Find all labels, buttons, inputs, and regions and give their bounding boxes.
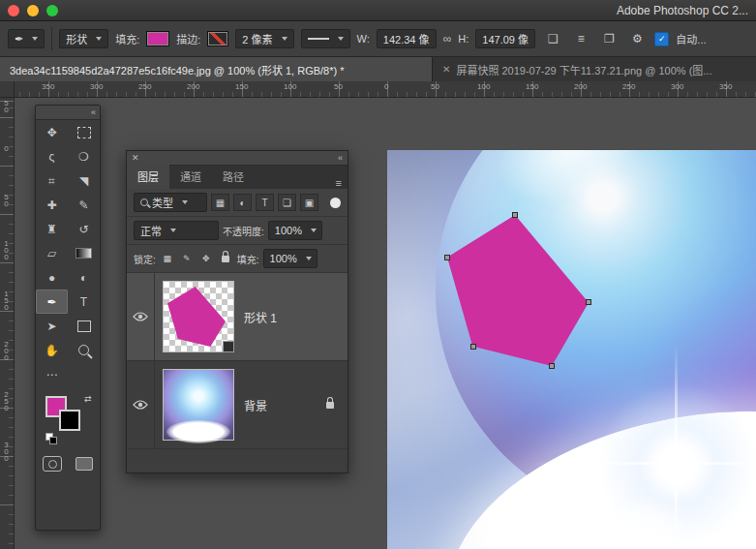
stroke-color-swatch[interactable] <box>207 31 228 46</box>
anchor-handle[interactable] <box>586 299 591 305</box>
blur-tool[interactable]: ● <box>36 265 68 290</box>
tab-paths[interactable]: 路径 <box>212 165 255 189</box>
type-tool[interactable]: T <box>68 290 100 314</box>
fullscreen-window-button[interactable] <box>46 5 58 16</box>
lock-transparency-button[interactable]: ▦ <box>160 251 175 266</box>
screen-mode-button[interactable] <box>76 457 93 471</box>
visibility-toggle[interactable] <box>127 361 155 448</box>
anchor-handle[interactable] <box>470 344 476 350</box>
filter-type-layers-button[interactable]: T <box>256 194 274 211</box>
pen-tool-icon: ✒ <box>15 33 23 46</box>
shape-height-input[interactable]: 147.09 像 <box>475 29 535 48</box>
document-tab-inactive[interactable]: ✕ 屏幕快照 2019-07-29 下午11.37.21.png @ 100% … <box>432 57 756 81</box>
opacity-value: 100% <box>275 225 302 236</box>
ruler-number: 300 <box>671 82 683 91</box>
path-operations-button[interactable]: ❑ <box>542 29 563 48</box>
eyedropper-icon: ◥ <box>79 174 88 188</box>
zoom-tool[interactable] <box>68 338 100 362</box>
tool-mode-select[interactable]: 形状 <box>59 29 108 48</box>
ruler-number: 350 <box>42 82 54 91</box>
blur-icon: ● <box>48 271 55 285</box>
close-panel-icon[interactable]: ✕ <box>132 153 139 163</box>
move-icon: ✥ <box>46 126 56 139</box>
quick-select-tool[interactable]: ❍ <box>68 144 100 168</box>
lock-position-button[interactable]: ✥ <box>198 251 214 266</box>
blend-mode-select[interactable]: 正常 <box>134 221 219 240</box>
tool-preset-picker[interactable]: ✒ <box>8 29 45 48</box>
document-canvas[interactable] <box>387 150 756 549</box>
filter-shape-layers-button[interactable]: ❏ <box>278 194 296 211</box>
tab-layers[interactable]: 图层 <box>127 165 169 189</box>
anchor-handle[interactable] <box>549 363 555 369</box>
ruler-number: 200 <box>187 82 199 91</box>
layer-thumbnail-shape[interactable] <box>163 281 234 352</box>
collapse-panel-icon[interactable]: « <box>338 153 343 163</box>
background-color-swatch[interactable] <box>59 410 80 431</box>
ruler-origin[interactable] <box>0 81 15 98</box>
link-dimensions-icon[interactable]: ∞ <box>443 32 452 46</box>
filter-type-select[interactable]: 类型 <box>134 193 207 212</box>
history-brush-tool[interactable]: ↺ <box>68 217 100 241</box>
filter-smart-objects-button[interactable]: ▣ <box>300 194 318 211</box>
ruler-number: 350 <box>719 82 732 91</box>
auto-label: 自动... <box>676 31 706 46</box>
tab-channels[interactable]: 通道 <box>169 165 212 189</box>
lock-pixels-button[interactable]: ✎ <box>179 251 195 266</box>
path-arrange-button[interactable]: ❐ <box>598 29 620 48</box>
gradient-tool[interactable] <box>68 241 100 265</box>
crop-tool[interactable]: ⌗ <box>36 168 68 193</box>
clone-stamp-tool[interactable]: ♜ <box>36 217 68 241</box>
panel-menu-icon[interactable]: ≡ <box>330 177 348 189</box>
ruler-number: 50 <box>2 193 11 206</box>
filter-toggle[interactable] <box>330 198 341 208</box>
anchor-handle[interactable] <box>512 212 518 218</box>
auto-select-checkbox[interactable]: ✓ <box>654 32 669 46</box>
dodge-tool[interactable]: ◐ <box>68 265 100 290</box>
tools-panel-header[interactable]: « <box>36 106 100 120</box>
opacity-select[interactable]: 100% <box>268 221 322 240</box>
default-colors-icon[interactable] <box>45 433 57 444</box>
layer-row-shape[interactable]: 形状 1 <box>127 273 348 361</box>
filter-pixel-layers-button[interactable]: ▦ <box>211 194 229 211</box>
pentagon-thumbnail-graphic <box>167 287 226 347</box>
anchor-handle[interactable] <box>444 255 450 260</box>
healing-brush-tool[interactable]: ✚ <box>36 193 68 217</box>
visibility-toggle[interactable] <box>127 273 155 360</box>
fill-color-swatch[interactable] <box>146 31 169 46</box>
lock-all-button[interactable] <box>218 251 233 266</box>
eyedropper-tool[interactable]: ◥ <box>68 168 100 193</box>
quick-mask-button[interactable] <box>43 456 62 472</box>
move-tool[interactable]: ✥ <box>36 120 68 144</box>
layers-panel-header[interactable]: ✕ « <box>127 151 348 166</box>
swap-colors-icon[interactable]: ⇄ <box>84 394 92 404</box>
quick-select-icon: ❍ <box>78 150 89 164</box>
stroke-width-select[interactable]: 2 像素 <box>235 29 293 48</box>
pen-tool[interactable]: ✒ <box>36 290 68 314</box>
shape-width-input[interactable]: 142.34 像 <box>377 29 437 48</box>
more-tools-button[interactable]: ⋯ <box>36 362 68 386</box>
layer-row-background[interactable]: 背景 <box>127 361 348 449</box>
rectangle-tool[interactable] <box>68 314 100 338</box>
horizontal-ruler[interactable]: 350 300 250 200 150 100 50 0 50 100 150 … <box>0 81 756 98</box>
vertical-ruler[interactable]: 50 0 50 100 150 200 250 300 <box>0 97 15 549</box>
close-window-button[interactable] <box>8 5 19 16</box>
close-tab-icon[interactable]: ✕ <box>442 64 450 75</box>
eraser-tool[interactable]: ▱ <box>36 241 68 265</box>
layer-thumbnail-background[interactable] <box>163 369 234 441</box>
tab-label: 3dea34c1159845d2a47287e5c16fc49e.jpg @ 1… <box>10 62 344 77</box>
path-alignment-button[interactable]: ≡ <box>570 29 591 48</box>
collapse-panel-icon[interactable]: « <box>91 107 96 117</box>
gear-icon[interactable]: ⚙ <box>626 29 648 48</box>
stroke-style-select[interactable] <box>301 29 350 48</box>
tool-grid-spacer <box>68 362 100 386</box>
fill-opacity-select[interactable]: 100% <box>263 249 318 268</box>
path-select-tool[interactable]: ➤ <box>36 314 68 338</box>
filter-adjustment-layers-button[interactable]: ◐ <box>233 194 252 211</box>
lasso-tool[interactable]: ς <box>36 144 68 168</box>
document-tab-active[interactable]: 3dea34c1159845d2a47287e5c16fc49e.jpg @ 1… <box>0 57 432 81</box>
brush-tool[interactable]: ✎ <box>68 193 100 217</box>
hand-tool[interactable]: ✋ <box>36 338 68 362</box>
shape-height-value: 147.09 像 <box>482 31 529 46</box>
marquee-tool[interactable] <box>68 120 100 144</box>
minimize-window-button[interactable] <box>27 5 39 16</box>
